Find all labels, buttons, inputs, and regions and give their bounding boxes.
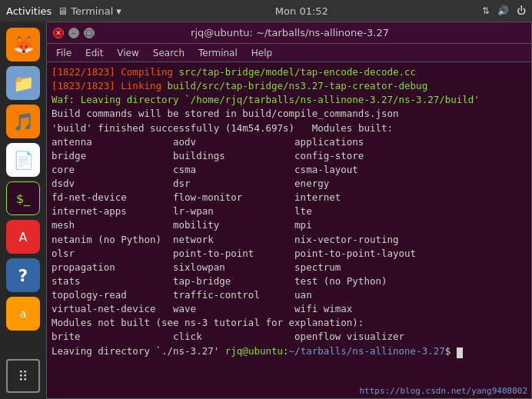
menu-view[interactable]: View <box>111 46 145 60</box>
volume-icon: 🔊 <box>497 5 509 16</box>
terminal-app-label: 🖥 Terminal ▾ <box>58 5 121 17</box>
menu-bar: File Edit View Search Terminal Help <box>47 44 531 62</box>
system-bar: Activities 🖥 Terminal ▾ Mon 01:52 ⇅ 🔊 ⏻ <box>0 0 532 22</box>
power-icon: ⏻ <box>517 5 526 16</box>
terminal-window: ✕ – □ rjq@ubuntu: ~/tarballs/ns-allinone… <box>46 22 532 399</box>
dock-amazon[interactable]: a <box>6 297 40 331</box>
window-title: rjq@ubuntu: ~/tarballs/ns-allinone-3.27 <box>95 27 485 38</box>
menu-search[interactable]: Search <box>147 46 191 60</box>
title-bar: ✕ – □ rjq@ubuntu: ~/tarballs/ns-allinone… <box>47 22 531 44</box>
menu-edit[interactable]: Edit <box>79 46 109 60</box>
menu-file[interactable]: File <box>50 46 78 60</box>
terminal-output[interactable]: [1822/1823] Compiling src/tap-bridge/mod… <box>47 62 531 398</box>
activities-button[interactable]: Activities <box>6 5 52 17</box>
dock-apps[interactable]: ⠿ <box>6 359 40 393</box>
menu-terminal[interactable]: Terminal <box>192 46 244 60</box>
terminal-icon: 🖥 <box>58 5 68 17</box>
network-icon: ⇅ <box>482 5 490 16</box>
dock-terminal[interactable]: $_ <box>6 181 40 215</box>
maximize-button[interactable]: □ <box>84 28 95 38</box>
dock-files[interactable]: 📁 <box>6 66 40 100</box>
clock: Mon 01:52 <box>275 5 328 17</box>
dock: 🦊 📁 🎵 📄 $_ A ? a ⠿ <box>0 22 46 399</box>
close-button[interactable]: ✕ <box>53 28 64 38</box>
system-tray: ⇅ 🔊 ⏻ <box>482 5 526 16</box>
minimize-button[interactable]: – <box>68 28 79 38</box>
window-controls: ✕ – □ <box>53 28 95 38</box>
dock-firefox[interactable]: 🦊 <box>6 28 40 62</box>
watermark: https://blog.csdn.net/yang9408002 <box>359 386 527 396</box>
dock-libreoffice[interactable]: 📄 <box>6 143 40 177</box>
menu-help[interactable]: Help <box>245 46 278 60</box>
dock-software[interactable]: A <box>6 220 40 254</box>
dock-rhythmbox[interactable]: 🎵 <box>6 105 40 138</box>
dock-help[interactable]: ? <box>6 258 40 292</box>
